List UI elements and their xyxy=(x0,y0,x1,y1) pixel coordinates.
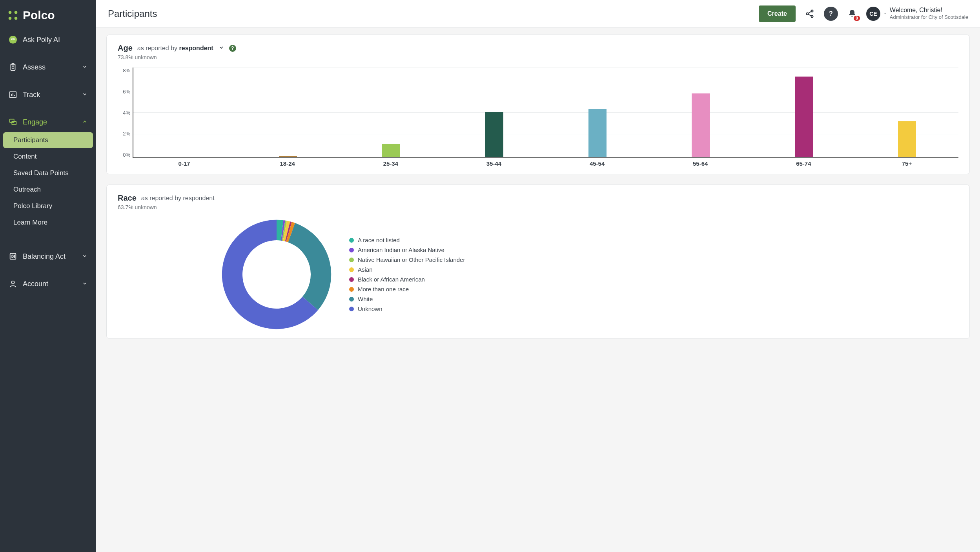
bar xyxy=(279,156,297,157)
legend-item: More than one race xyxy=(349,286,465,292)
sidebar-item-label: Polco Library xyxy=(13,202,52,210)
legend-label: Black or African American xyxy=(358,276,425,283)
sidebar-item-label: Track xyxy=(23,91,40,99)
legend-item: Asian xyxy=(349,266,465,273)
sidebar-item-label: Participants xyxy=(13,136,48,144)
legend-swatch xyxy=(349,238,354,243)
sidebar-item-engage[interactable]: Engage xyxy=(0,112,96,132)
legend-item: Unknown xyxy=(349,305,465,312)
chevron-down-icon xyxy=(82,63,87,71)
donut-slice xyxy=(288,223,331,310)
sidebar-item-label: Outreach xyxy=(13,186,41,194)
bar xyxy=(692,93,710,157)
sidebar-subitem-outreach[interactable]: Outreach xyxy=(3,182,93,197)
card-title: Race xyxy=(118,194,137,203)
sidebar-item-label: Assess xyxy=(23,63,46,71)
reported-by-text: as reported by respondent xyxy=(137,45,213,52)
bar xyxy=(898,121,916,157)
sidebar-item-track[interactable]: Track xyxy=(0,85,96,104)
notifications-button[interactable]: 0 xyxy=(845,7,859,21)
legend-swatch xyxy=(349,248,354,252)
legend-label: A race not listed xyxy=(358,237,400,243)
sidebar-item-label: Ask Polly AI xyxy=(23,36,60,44)
header: Participants Create ? 0 CE Welcome, Chri… xyxy=(96,0,980,27)
bar xyxy=(795,77,813,157)
legend-label: More than one race xyxy=(358,286,409,292)
x-tick-label: 65-74 xyxy=(752,160,855,167)
svg-point-7 xyxy=(11,38,12,39)
bar xyxy=(485,112,503,157)
svg-point-4 xyxy=(9,36,17,44)
svg-point-1 xyxy=(15,11,18,14)
sidebar-item-assess[interactable]: Assess xyxy=(0,57,96,77)
legend-item: A race not listed xyxy=(349,237,465,243)
sidebar-subitem-content[interactable]: Content xyxy=(3,149,93,165)
chevron-down-icon xyxy=(82,91,87,99)
reported-by-text: as reported by respondent xyxy=(141,195,215,202)
race-unknown-text: 63.7% unknown xyxy=(118,204,958,210)
svg-point-0 xyxy=(9,11,12,14)
legend-label: White xyxy=(358,296,373,302)
race-card: Race as reported by respondent 63.7% unk… xyxy=(106,185,970,339)
caret-down-icon xyxy=(883,10,887,17)
age-unknown-text: 73.8% unknown xyxy=(118,54,958,60)
legend-swatch xyxy=(349,277,354,282)
chevron-down-icon xyxy=(82,280,87,288)
sidebar-item-balancing-act[interactable]: Balancing Act xyxy=(0,247,96,266)
logo-text: Polco xyxy=(23,9,55,22)
sidebar-item-label: Content xyxy=(13,153,37,161)
balancing-act-icon xyxy=(9,252,17,261)
x-tick-label: 45-54 xyxy=(546,160,649,167)
clipboard-icon xyxy=(9,63,17,71)
polly-avatar-icon xyxy=(9,35,17,44)
sidebar-group-engage: Engage Participants Content Saved Data P… xyxy=(0,112,96,231)
age-card: Age as reported by respondent ? 73.8% un… xyxy=(106,35,970,174)
sidebar-item-label: Balancing Act xyxy=(23,252,66,261)
create-button[interactable]: Create xyxy=(759,5,796,22)
legend-swatch xyxy=(349,267,354,272)
user-menu[interactable]: CE Welcome, Christie! Administrator for … xyxy=(866,6,968,20)
sidebar-item-label: Account xyxy=(23,280,48,288)
notification-count-badge: 0 xyxy=(853,15,861,22)
sidebar-item-polly[interactable]: Ask Polly AI xyxy=(0,30,96,49)
share-button[interactable] xyxy=(803,7,817,21)
x-tick-label: 25-34 xyxy=(339,160,442,167)
sidebar-subitem-participants[interactable]: Participants xyxy=(3,132,93,148)
legend-label: American Indian or Alaska Native xyxy=(358,247,444,253)
sidebar-item-label: Learn More xyxy=(13,219,47,227)
x-tick-label: 0-17 xyxy=(133,160,236,167)
legend-label: Asian xyxy=(358,266,373,273)
sidebar-subitem-polco-library[interactable]: Polco Library xyxy=(3,198,93,214)
svg-point-3 xyxy=(15,17,18,20)
help-icon[interactable]: ? xyxy=(229,45,236,52)
legend-item: White xyxy=(349,296,465,302)
bar xyxy=(588,109,607,157)
chart-icon xyxy=(9,90,17,99)
sidebar-item-label: Engage xyxy=(23,118,47,126)
legend-item: Native Hawaiian or Other Pacific Islande… xyxy=(349,256,465,263)
reported-by-dropdown[interactable] xyxy=(218,44,224,52)
page-title: Participants xyxy=(108,8,157,19)
person-icon xyxy=(9,280,17,288)
help-button[interactable]: ? xyxy=(824,7,838,21)
svg-point-2 xyxy=(9,17,12,20)
legend-label: Unknown xyxy=(358,305,383,312)
legend-swatch xyxy=(349,287,354,292)
chat-icon xyxy=(9,118,17,126)
logo[interactable]: Polco xyxy=(0,4,96,30)
legend-item: Black or African American xyxy=(349,276,465,283)
legend-item: American Indian or Alaska Native xyxy=(349,247,465,253)
logo-mark-icon xyxy=(7,9,19,21)
sidebar-item-label: Saved Data Points xyxy=(13,169,69,177)
card-title: Age xyxy=(118,44,133,53)
x-tick-label: 35-44 xyxy=(442,160,545,167)
chevron-up-icon xyxy=(82,118,87,126)
x-tick-label: 18-24 xyxy=(236,160,339,167)
legend-swatch xyxy=(349,258,354,262)
legend-label: Native Hawaiian or Other Pacific Islande… xyxy=(358,256,465,263)
sidebar-item-account[interactable]: Account xyxy=(0,274,96,294)
age-bar-chart: 8%6%4%2%0% 0-1718-2425-3435-4445-5455-64… xyxy=(118,68,958,167)
sidebar-subitem-learn-more[interactable]: Learn More xyxy=(3,215,93,230)
race-donut-chart xyxy=(220,218,333,331)
sidebar-subitem-saved-data-points[interactable]: Saved Data Points xyxy=(3,165,93,181)
